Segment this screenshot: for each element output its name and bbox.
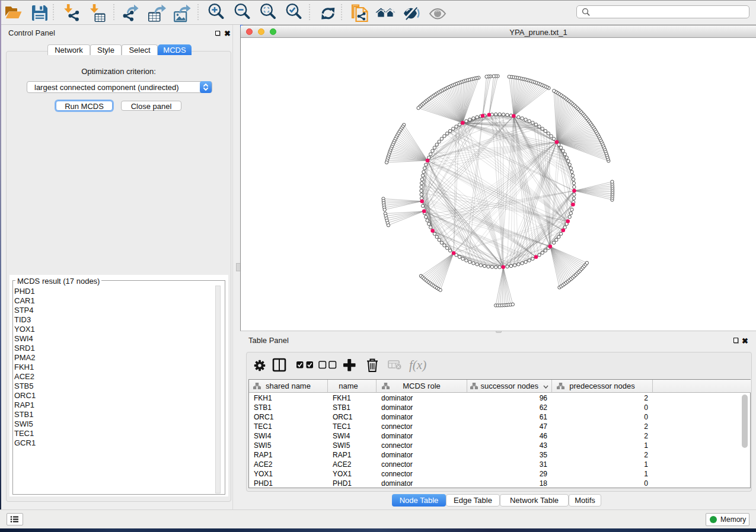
svg-text:f(x): f(x)	[409, 358, 426, 372]
svg-text:Memory: Memory	[720, 515, 746, 524]
